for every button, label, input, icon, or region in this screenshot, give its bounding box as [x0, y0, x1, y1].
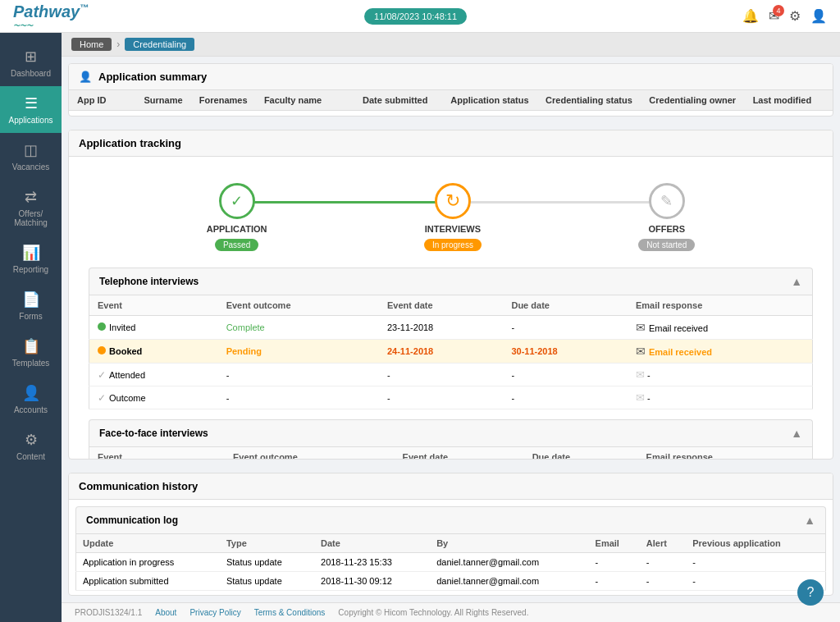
tracking-steps: ✓ APPLICATION Passed ↻ INTERVIEWS In pro… — [79, 167, 823, 268]
th-duedate-1: Due date — [503, 295, 627, 316]
sidebar-item-forms[interactable]: 📄 Forms — [0, 282, 62, 329]
content-area: Home › Credentialing 👤 Application summa… — [62, 33, 840, 622]
sidebar-item-content[interactable]: ⚙ Content — [0, 423, 62, 469]
communication-header: Communication history — [69, 473, 833, 500]
comm-by-1: daniel.tanner@gmail.com — [430, 553, 588, 572]
pagination-bar: ‹ 1 › Items per page 2 items ↻ — [75, 591, 826, 596]
comm-log-title: Communication log — [86, 515, 178, 526]
sidebar-label-templates: Templates — [12, 359, 50, 368]
tel-outcome-1: Complete — [218, 316, 379, 340]
f2f-header: Face-to-face interviews ▲ — [89, 419, 813, 446]
footer-terms[interactable]: Terms & Conditions — [254, 608, 326, 617]
tel-email-4: ✉ - — [628, 386, 813, 409]
comm-alert-1: - — [640, 553, 686, 572]
telephone-collapse-btn[interactable]: ▲ — [791, 275, 802, 288]
sidebar-item-reporting[interactable]: 📊 Reporting — [0, 236, 62, 282]
f2f-title: Face-to-face interviews — [99, 428, 208, 439]
cell-lastmodified: 2018-12-04 08:05 — [745, 111, 833, 117]
col-lastmodified: Last modified — [745, 90, 833, 111]
tel-outcome-2: Pending — [218, 340, 379, 364]
breadcrumb-current[interactable]: Credentialing — [125, 38, 194, 51]
comm-prevapp-1: - — [686, 553, 825, 572]
col-surname: Surname — [136, 90, 191, 111]
th-outcome-1: Event outcome — [218, 295, 379, 316]
cell-appid: 0000000001 — [69, 111, 136, 117]
telephone-interviews-section: Telephone interviews ▲ Event Event outco… — [89, 268, 813, 409]
sidebar-item-vacancies[interactable]: ◫ Vacancies — [0, 133, 62, 180]
sidebar-item-applications[interactable]: ☰ Applications — [0, 86, 62, 133]
gear-icon[interactable]: ⚙ — [789, 8, 801, 24]
footer-version: PRODJIS1324/1.1 — [75, 608, 142, 617]
step-application-label: APPLICATION — [207, 224, 267, 234]
email-icon-2: ✉ — [636, 345, 646, 358]
footer-privacy[interactable]: Privacy Policy — [189, 608, 240, 617]
templates-icon: 📋 — [22, 337, 40, 355]
sidebar-item-templates[interactable]: 📋 Templates — [0, 329, 62, 376]
dot-orange-2 — [98, 346, 106, 354]
tel-event-1: Invited — [89, 316, 218, 340]
breadcrumb: Home › Credentialing — [62, 33, 840, 57]
step-offers-badge: Not started — [638, 239, 695, 251]
user-icon[interactable]: 👤 — [810, 8, 827, 24]
telephone-title: Telephone interviews — [99, 276, 199, 287]
tel-row-3: ✓Attended - - - ✉ - — [89, 364, 813, 386]
summary-row: 0000000001 Corrigan Shona MED, DEN, PHAR… — [69, 111, 833, 117]
application-summary-section: 👤 Application summary App ID Surname For… — [68, 63, 833, 117]
sidebar-label-accounts: Accounts — [14, 405, 48, 414]
th-f2f-event: Event — [89, 447, 225, 460]
accounts-icon: 👤 — [22, 384, 40, 402]
application-summary-content: App ID Surname Forenames Faculty name Da… — [69, 90, 833, 117]
logo-text: Pathway — [13, 2, 80, 21]
telephone-header: Telephone interviews ▲ — [89, 268, 813, 295]
f2f-table: Event Event outcome Event date Due date … — [89, 446, 813, 460]
tracking-section: Application tracking ✓ APPLICATION Passe… — [68, 130, 833, 460]
communication-section: Communication history Communication log … — [68, 473, 833, 596]
mail-icon[interactable]: ✉4 — [769, 8, 779, 24]
sidebar-label-applications: Applications — [9, 116, 53, 125]
tel-event-4: ✓Outcome — [89, 386, 218, 409]
sidebar-item-accounts[interactable]: 👤 Accounts — [0, 376, 62, 423]
cell-appstatus: Submitted — [442, 111, 537, 117]
tel-eventdate-4: - — [379, 386, 503, 409]
tel-outcome-4: - — [218, 386, 379, 409]
tel-duedate-2: 30-11-2018 — [503, 340, 627, 364]
footer-about[interactable]: About — [155, 608, 176, 617]
applications-icon: ☰ — [25, 94, 38, 112]
th-update: Update — [76, 534, 220, 553]
sidebar: ⊞ Dashboard ☰ Applications ◫ Vacancies ⇄… — [0, 33, 62, 622]
email-icon-3: ✉ — [636, 368, 645, 381]
step-interviews: ↻ INTERVIEWS In progress — [424, 183, 482, 251]
f2f-collapse-btn[interactable]: ▲ — [791, 427, 802, 440]
cell-forenames: Shona — [191, 111, 256, 117]
comm-alert-2: - — [640, 572, 686, 591]
tel-duedate-3: - — [503, 364, 627, 386]
tel-eventdate-2: 24-11-2018 — [379, 340, 503, 364]
col-forenames: Forenames — [191, 90, 256, 111]
comm-type-2: Status update — [220, 572, 314, 591]
col-datesubmitted: Date submitted — [354, 90, 442, 111]
step-offers-label: OFFERS — [648, 224, 685, 234]
comm-by-2: daniel.tanner@gmail.com — [430, 572, 588, 591]
comm-date-2: 2018-11-30 09:12 — [314, 572, 430, 591]
th-date: Date — [314, 534, 430, 553]
dot-green-1 — [98, 322, 106, 331]
cell-datesubmitted: 2018-11-23 15:33 — [354, 111, 442, 117]
tel-email-2: ✉Email received — [628, 340, 813, 364]
footer: PRODJIS1324/1.1 About Privacy Policy Ter… — [62, 602, 840, 622]
sidebar-item-dashboard[interactable]: ⊞ Dashboard — [0, 39, 62, 86]
step-application-badge: Passed — [215, 239, 258, 251]
content-icon: ⚙ — [25, 431, 38, 449]
th-prevapp: Previous application — [686, 534, 825, 553]
email-icon-4: ✉ — [636, 391, 645, 404]
sidebar-label-reporting: Reporting — [13, 265, 48, 274]
comm-collapse-btn[interactable]: ▲ — [804, 514, 815, 527]
breadcrumb-home[interactable]: Home — [71, 38, 112, 51]
col-faculty: Faculty name — [256, 90, 354, 111]
step-offers-circle: ✎ — [649, 183, 685, 219]
sidebar-label-content: Content — [16, 452, 45, 461]
sidebar-item-offers[interactable]: ⇄ Offers/ Matching — [0, 180, 62, 236]
comm-email-2: - — [589, 572, 640, 591]
help-button[interactable]: ? — [797, 579, 824, 606]
col-appstatus: Application status — [442, 90, 537, 111]
bell-icon[interactable]: 🔔 — [742, 8, 759, 24]
